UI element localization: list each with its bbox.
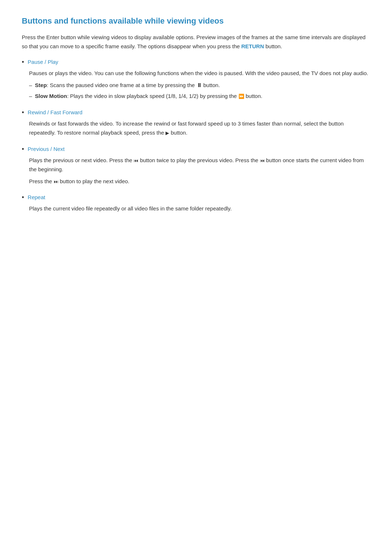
bullet-dot: •	[22, 108, 24, 117]
previous-button-icon2: ⏮	[260, 158, 265, 163]
pause-play-description: Pauses or plays the video. You can use t…	[29, 69, 370, 78]
slow-motion-term: Slow Motion	[35, 93, 67, 99]
bullet-dot: •	[22, 145, 24, 154]
pause-button-icon: ⏸	[196, 82, 202, 88]
previous-next-description1: Plays the previous or next video. Press …	[29, 156, 370, 174]
slow-motion-description: Slow Motion: Plays the video in slow pla…	[35, 92, 262, 101]
bullet-dot: •	[22, 193, 24, 202]
previous-next-title: Previous / Next	[28, 145, 65, 153]
repeat-body: Plays the current video file repeatedly …	[22, 204, 370, 213]
list-item: • Repeat Plays the current video file re…	[22, 193, 370, 213]
repeat-description: Plays the current video file repeatedly …	[29, 204, 370, 213]
sub-dash: –	[29, 81, 32, 90]
repeat-label: Repeat	[28, 194, 45, 200]
list-item: • Pause / Play Pauses or plays the video…	[22, 58, 370, 101]
pause-sub-list: – Step: Scans the paused video one frame…	[29, 81, 370, 101]
next-button-icon: ⏭	[54, 179, 58, 184]
rewind-fastforward-body: Rewinds or fast forwards the video. To i…	[22, 119, 370, 138]
previous-label: Previous	[28, 146, 49, 152]
intro-text-end: button.	[264, 43, 282, 49]
forward-button-icon: ⏩	[238, 94, 244, 99]
rewind-fastforward-title: Rewind / Fast Forward	[28, 108, 82, 117]
pause-play-title: Pause / Play	[28, 58, 58, 66]
bullet-dot: •	[22, 58, 24, 67]
rewind-label: Rewind	[28, 109, 46, 115]
fast-forward-label: Fast Forward	[50, 109, 82, 115]
previous-next-body: Plays the previous or next video. Press …	[22, 156, 370, 186]
intro-text-start: Press the Enter button while viewing vid…	[22, 34, 366, 49]
pause-label: Pause	[28, 59, 43, 65]
pause-play-body: Pauses or plays the video. You can use t…	[22, 69, 370, 101]
sub-list-item: – Slow Motion: Plays the video in slow p…	[29, 92, 370, 101]
page-title: Buttons and functions available while vi…	[22, 15, 370, 27]
previous-button-icon: ⏮	[134, 158, 138, 163]
list-item: • Rewind / Fast Forward Rewinds or fast …	[22, 108, 370, 138]
separator: /	[49, 146, 54, 152]
play-label: Play	[48, 59, 58, 65]
step-term: Step	[35, 82, 47, 88]
list-item: • Previous / Next Plays the previous or …	[22, 145, 370, 186]
return-highlight: RETURN	[241, 43, 264, 49]
previous-next-description2: Press the ⏭ button to play the next vide…	[29, 177, 370, 186]
separator: /	[43, 59, 48, 65]
repeat-title: Repeat	[28, 193, 45, 202]
sub-dash: –	[29, 92, 32, 101]
rewind-description: Rewinds or fast forwards the video. To i…	[29, 119, 370, 138]
sub-list-item: – Step: Scans the paused video one frame…	[29, 81, 370, 90]
next-label: Next	[53, 146, 65, 152]
separator: /	[46, 109, 50, 115]
features-list: • Pause / Play Pauses or plays the video…	[22, 58, 370, 214]
step-description: Step: Scans the paused video one frame a…	[35, 81, 220, 90]
intro-paragraph: Press the Enter button while viewing vid…	[22, 33, 370, 51]
play-icon: ▶	[166, 130, 169, 136]
